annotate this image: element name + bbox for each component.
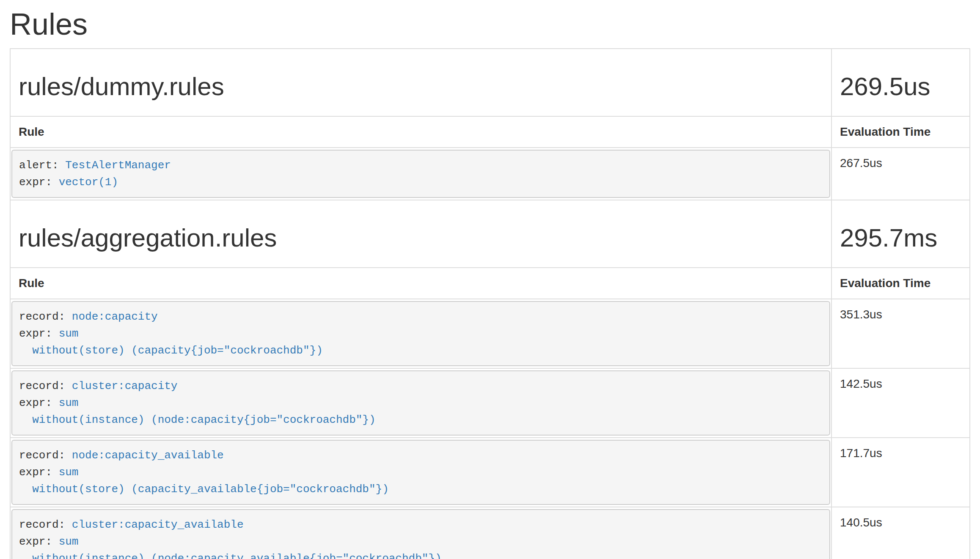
rule-group-evaluation-time: 295.7ms bbox=[840, 224, 961, 252]
rule-keyword-text: record: bbox=[19, 310, 72, 323]
rule-definition: record: node:capacity expr: sum without(… bbox=[11, 301, 830, 366]
rule-row: record: node:capacity_available expr: su… bbox=[10, 438, 970, 507]
rule-group-name: rules/aggregation.rules bbox=[19, 224, 823, 252]
rule-keyword-text: record: bbox=[19, 449, 72, 462]
rule-expression-link[interactable]: sum bbox=[59, 327, 79, 340]
rule-group-time-cell: 269.5us bbox=[831, 49, 970, 116]
rule-keyword-text: expr: bbox=[19, 176, 59, 189]
rule-evaluation-time: 140.5us bbox=[831, 507, 970, 559]
rule-evaluation-time: 171.7us bbox=[831, 438, 970, 507]
rule-expression-link[interactable]: sum bbox=[59, 466, 79, 479]
rule-expression-link[interactable]: without(instance) (node:capacity{job="co… bbox=[32, 414, 375, 426]
rule-group-row: rules/dummy.rules269.5us bbox=[10, 49, 970, 116]
rule-evaluation-time: 267.5us bbox=[831, 148, 970, 200]
rule-expression-link[interactable]: TestAlertManager bbox=[65, 159, 171, 172]
rule-keyword-text bbox=[19, 344, 32, 357]
rule-expression-link[interactable]: without(store) (capacity_available{job="… bbox=[32, 483, 389, 496]
rule-column-header: Rule bbox=[10, 268, 831, 299]
rule-evaluation-time: 142.5us bbox=[831, 368, 970, 438]
rule-row: record: node:capacity expr: sum without(… bbox=[10, 299, 970, 368]
rule-group-name-cell: rules/dummy.rules bbox=[10, 49, 831, 116]
rule-expression-link[interactable]: node:capacity bbox=[72, 310, 158, 323]
rule-definition: record: cluster:capacity expr: sum witho… bbox=[11, 370, 830, 436]
rule-group-row: rules/aggregation.rules295.7ms bbox=[10, 200, 970, 268]
evaluation-time-column-header: Evaluation Time bbox=[831, 116, 970, 148]
rule-row: record: cluster:capacity expr: sum witho… bbox=[10, 368, 970, 438]
rules-table: rules/dummy.rules269.5usRuleEvaluation T… bbox=[10, 48, 970, 559]
rule-group-name-cell: rules/aggregation.rules bbox=[10, 200, 831, 268]
rule-definition-cell: record: cluster:capacity expr: sum witho… bbox=[10, 368, 831, 438]
rule-definition-cell: record: node:capacity expr: sum without(… bbox=[10, 299, 831, 368]
column-header-row: RuleEvaluation Time bbox=[10, 268, 970, 299]
rule-keyword-text bbox=[19, 552, 32, 559]
rule-group-evaluation-time: 269.5us bbox=[840, 73, 961, 101]
rule-expression-link[interactable]: sum bbox=[59, 397, 79, 409]
rule-keyword-text: record: bbox=[19, 380, 72, 392]
rule-keyword-text: expr: bbox=[19, 327, 59, 340]
rule-expression-link[interactable]: sum bbox=[59, 535, 79, 548]
page-title: Rules bbox=[10, 8, 969, 41]
column-header-row: RuleEvaluation Time bbox=[10, 116, 970, 148]
rule-definition: alert: TestAlertManager expr: vector(1) bbox=[11, 150, 830, 198]
page-container: Rules rules/dummy.rules269.5usRuleEvalua… bbox=[0, 8, 980, 559]
rule-keyword-text bbox=[19, 414, 32, 426]
rule-keyword-text bbox=[19, 483, 32, 496]
rule-expression-link[interactable]: node:capacity_available bbox=[72, 449, 224, 462]
rule-expression-link[interactable]: without(instance) (node:capacity_availab… bbox=[32, 552, 441, 559]
rule-expression-link[interactable]: without(store) (capacity{job="cockroachd… bbox=[32, 344, 323, 357]
rule-row: alert: TestAlertManager expr: vector(1)2… bbox=[10, 148, 970, 200]
rule-definition-cell: record: cluster:capacity_available expr:… bbox=[10, 507, 831, 559]
evaluation-time-column-header: Evaluation Time bbox=[831, 268, 970, 299]
rule-expression-link[interactable]: cluster:capacity bbox=[72, 380, 178, 392]
rule-keyword-text: expr: bbox=[19, 535, 59, 548]
rule-definition-cell: record: node:capacity_available expr: su… bbox=[10, 438, 831, 507]
rule-group-name: rules/dummy.rules bbox=[19, 73, 823, 101]
rule-definition-cell: alert: TestAlertManager expr: vector(1) bbox=[10, 148, 831, 200]
rule-definition: record: node:capacity_available expr: su… bbox=[11, 440, 830, 505]
rule-definition: record: cluster:capacity_available expr:… bbox=[11, 509, 830, 559]
rules-table-body: rules/dummy.rules269.5usRuleEvaluation T… bbox=[10, 49, 970, 559]
rule-keyword-text: record: bbox=[19, 518, 72, 531]
rule-expression-link[interactable]: cluster:capacity_available bbox=[72, 518, 244, 531]
rule-group-time-cell: 295.7ms bbox=[831, 200, 970, 268]
rule-row: record: cluster:capacity_available expr:… bbox=[10, 507, 970, 559]
rule-keyword-text: expr: bbox=[19, 397, 59, 409]
rule-keyword-text: alert: bbox=[19, 159, 65, 172]
rule-keyword-text: expr: bbox=[19, 466, 59, 479]
rule-expression-link[interactable]: vector(1) bbox=[59, 176, 118, 189]
rule-column-header: Rule bbox=[10, 116, 831, 148]
rule-evaluation-time: 351.3us bbox=[831, 299, 970, 368]
